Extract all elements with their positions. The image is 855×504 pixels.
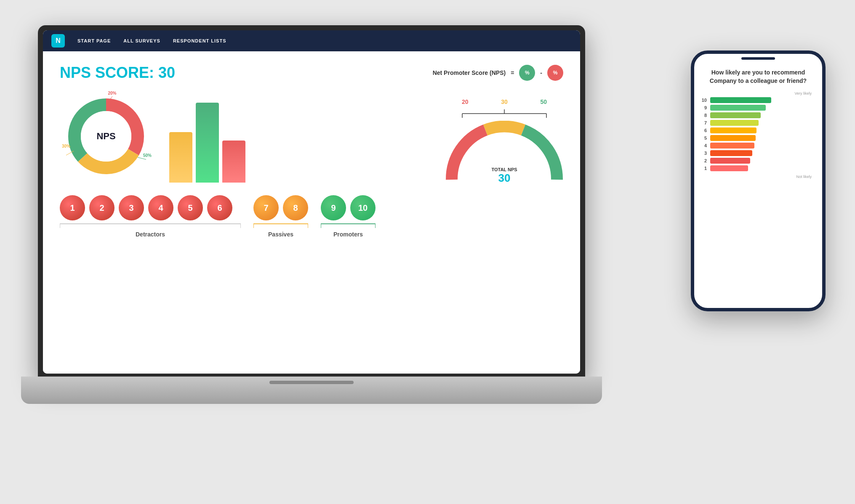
scale-row-10: 10 — [701, 97, 816, 103]
nps-formula-label: Net Promoter Score (NPS) — [433, 69, 506, 76]
scale-num-9: 9 — [701, 105, 707, 110]
passives-group: 7 8 Passives — [253, 195, 308, 238]
bubble-8: 8 — [283, 195, 308, 220]
gauge-label-30: 30 — [501, 98, 508, 105]
gauge-labels: 20 30 50 — [445, 98, 563, 105]
laptop-screen-outer: N START PAGE ALL SURVEYS RESPONDENT LIST… — [38, 25, 585, 379]
nps-score-value: 30 — [158, 64, 175, 81]
nps-score-title: NPS SCORE: 30 — [60, 64, 175, 82]
laptop-base — [21, 377, 602, 404]
bubble-10: 10 — [350, 195, 376, 220]
gauge-label-20: 20 — [462, 98, 469, 105]
scale-row-6: 6 — [701, 127, 816, 133]
scale-bar-7 — [710, 120, 759, 126]
svg-line-4 — [106, 96, 112, 105]
scale-row-8: 8 — [701, 112, 816, 118]
promoters-bubbles: 9 10 — [321, 195, 376, 220]
scale-num-1: 1 — [701, 166, 707, 171]
formula-promoters-circle: % — [519, 65, 535, 81]
phone-label-not-likely: Not likely — [701, 175, 816, 179]
scale-bar-4 — [710, 143, 754, 149]
scale-num-10: 10 — [701, 98, 707, 103]
scale-bar-3 — [710, 150, 752, 156]
laptop: N START PAGE ALL SURVEYS RESPONDENT LIST… — [21, 25, 602, 404]
scale-num-2: 2 — [701, 158, 707, 163]
scale-bar-9 — [710, 105, 766, 111]
phone-scale: 10 9 8 7 6 — [701, 97, 816, 173]
scale-bar-10 — [710, 97, 771, 103]
bubble-7: 7 — [253, 195, 279, 220]
scene: N START PAGE ALL SURVEYS RESPONDENT LIST… — [0, 0, 855, 504]
scale-num-8: 8 — [701, 113, 707, 118]
detractors-label: Detractors — [60, 231, 241, 238]
passives-label: Passives — [253, 231, 308, 238]
bubble-5: 5 — [178, 195, 203, 220]
nps-score-label: NPS SCORE: — [60, 64, 154, 81]
scale-row-3: 3 — [701, 150, 816, 156]
svg-line-5 — [66, 151, 74, 155]
navbar-all-surveys[interactable]: ALL SURVEYS — [123, 38, 160, 43]
bubble-1: 1 — [60, 195, 85, 220]
bubble-3: 3 — [119, 195, 144, 220]
phone-question: How likely are you to recommend Company … — [701, 69, 816, 85]
scores-row: 1 2 3 4 5 6 — [60, 195, 563, 238]
scale-row-4: 4 — [701, 143, 816, 149]
detractors-group: 1 2 3 4 5 6 — [60, 195, 241, 238]
scale-row-9: 9 — [701, 105, 816, 111]
donut-chart: NPS 20% 30% 50% — [60, 90, 152, 183]
scale-row-1: 1 — [701, 165, 816, 171]
scale-num-6: 6 — [701, 128, 707, 133]
main-content: NPS SCORE: 30 Net Promoter Score (NPS) =… — [43, 51, 580, 374]
passives-bubbles: 7 8 — [253, 195, 308, 220]
bar-2 — [196, 103, 219, 183]
scale-num-5: 5 — [701, 135, 707, 141]
bubble-6: 6 — [207, 195, 232, 220]
promoters-label: Promoters — [321, 231, 376, 238]
scale-bar-5 — [710, 135, 756, 141]
navbar: N START PAGE ALL SURVEYS RESPONDENT LIST… — [43, 30, 580, 51]
svg-line-6 — [138, 157, 146, 159]
scale-row-7: 7 — [701, 120, 816, 126]
bubble-4: 4 — [148, 195, 173, 220]
charts-row: NPS 20% 30% 50% — [60, 90, 563, 183]
phone-label-very-likely: Very likely — [701, 91, 816, 95]
scale-num-4: 4 — [701, 143, 707, 148]
bubble-9: 9 — [321, 195, 346, 220]
promoters-group: 9 10 Promoters — [321, 195, 376, 238]
nps-formula: Net Promoter Score (NPS) = % - % — [433, 65, 563, 81]
gauge-chart: 20 30 50 — [445, 98, 563, 183]
phone-content: How likely are you to recommend Company … — [701, 62, 816, 179]
laptop-screen: N START PAGE ALL SURVEYS RESPONDENT LIST… — [43, 30, 580, 374]
nps-formula-equals: = — [511, 69, 514, 76]
scale-num-3: 3 — [701, 151, 707, 156]
bar-chart — [169, 98, 245, 183]
nps-header: NPS SCORE: 30 Net Promoter Score (NPS) =… — [60, 64, 563, 82]
bubble-2: 2 — [89, 195, 115, 220]
scale-num-7: 7 — [701, 120, 707, 125]
navbar-start-page[interactable]: START PAGE — [77, 38, 111, 43]
scale-row-2: 2 — [701, 158, 816, 164]
scale-bar-1 — [710, 165, 748, 171]
bar-1 — [169, 132, 192, 183]
phone: How likely are you to recommend Company … — [691, 50, 826, 311]
navbar-respondent-lists[interactable]: RESPONDENT LISTS — [173, 38, 226, 43]
scale-bar-2 — [710, 158, 750, 164]
scale-bar-6 — [710, 127, 756, 133]
bar-3 — [222, 141, 245, 183]
svg-text:30: 30 — [498, 172, 511, 184]
nps-formula-minus: - — [540, 69, 542, 76]
formula-detractors-circle: % — [547, 65, 563, 81]
detractors-bubbles: 1 2 3 4 5 6 — [60, 195, 241, 220]
logo: N — [51, 34, 65, 48]
scale-row-5: 5 — [701, 135, 816, 141]
scale-bar-8 — [710, 112, 761, 118]
gauge-label-50: 50 — [541, 98, 547, 105]
